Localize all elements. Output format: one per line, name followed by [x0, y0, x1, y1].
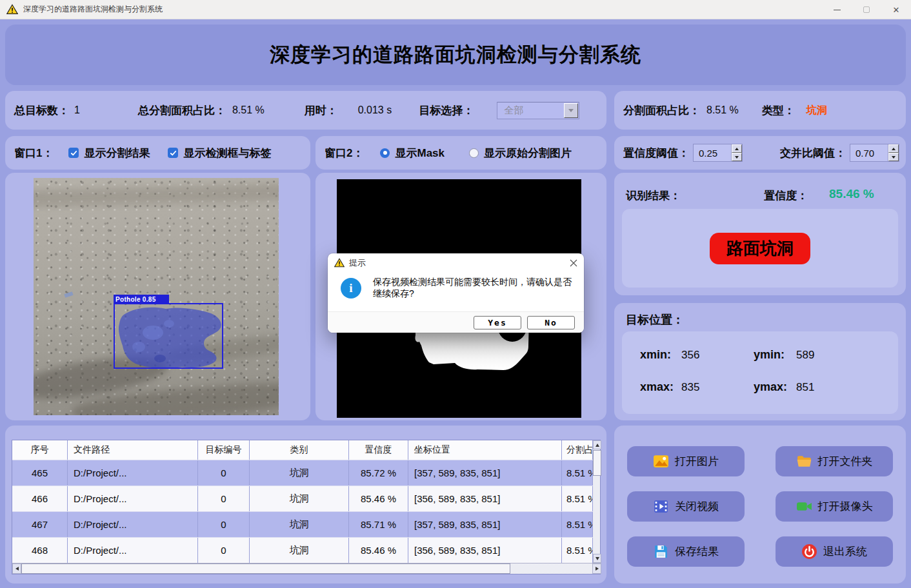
spin-down-button[interactable]	[732, 153, 742, 161]
folder-icon	[796, 453, 812, 469]
open-camera-button[interactable]: 打开摄像头	[776, 491, 893, 522]
conf-threshold-value: 0.25	[694, 144, 731, 161]
target-select-label: 目标选择：	[419, 103, 474, 118]
type-label: 类型：	[762, 103, 795, 118]
spin-down-button[interactable]	[888, 153, 899, 161]
cell-class: 坑洞	[250, 486, 349, 511]
dropdown-button[interactable]	[564, 103, 578, 118]
info-icon: i	[341, 278, 361, 299]
dialog-warning-icon	[334, 258, 345, 268]
cell-coords: [357, 589, 835, 851]	[408, 460, 562, 485]
table-row[interactable]: 465 D:/Project/... 0 坑洞 85.72 % [357, 58…	[12, 460, 593, 485]
dialog-message: 保存视频检测结果可能需要较长时间，请确认是否继续保存?	[373, 277, 575, 300]
vertical-scroll-thumb[interactable]	[593, 450, 601, 476]
col-header-class[interactable]: 类别	[250, 440, 349, 460]
xmin-label: xmin:	[640, 348, 671, 362]
total-seg-value: 8.51 %	[232, 104, 265, 116]
show-bbox-checkbox[interactable]	[168, 148, 178, 158]
cell-seg-ratio: 8.51 %	[562, 512, 593, 537]
confirm-dialog: 提示 i 保存视频检测结果可能需要较长时间，请确认是否继续保存? Yes No	[328, 253, 584, 333]
yes-button[interactable]: Yes	[474, 316, 521, 329]
type-value: 坑洞	[806, 104, 827, 117]
spin-down-icon	[892, 156, 896, 159]
ymax-label: ymax:	[754, 380, 787, 394]
table-row[interactable]: 467 D:/Project/... 0 坑洞 85.71 % [357, 58…	[12, 511, 593, 537]
iou-threshold-spinbox[interactable]: 0.70	[850, 144, 899, 162]
scroll-right-button[interactable]	[592, 564, 601, 574]
show-original-label[interactable]: 显示原始分割图片	[484, 146, 572, 161]
window1-panel: 窗口1： 显示分割结果 显示检测框与标签	[5, 136, 310, 170]
scroll-down-icon	[596, 557, 599, 560]
detection-label: Pothole 0.85	[114, 295, 169, 304]
spin-up-button[interactable]	[732, 144, 742, 153]
show-mask-label[interactable]: 显示Mask	[395, 146, 445, 161]
cell-target-id: 0	[198, 512, 250, 537]
app-header: 深度学习的道路路面坑洞检测与分割系统	[5, 24, 906, 85]
horizontal-scrollbar[interactable]	[12, 563, 601, 574]
open-image-button[interactable]: 打开图片	[627, 446, 745, 476]
save-results-label: 保存结果	[675, 544, 719, 559]
total-targets-label: 总目标数：	[14, 103, 69, 118]
open-folder-label: 打开文件夹	[818, 454, 873, 469]
maximize-button[interactable]	[852, 0, 881, 19]
col-header-target-id[interactable]: 目标编号	[198, 440, 250, 460]
cell-class: 坑洞	[250, 538, 349, 563]
cell-coords: [356, 589, 835, 851]	[408, 538, 562, 563]
conf-threshold-spinbox[interactable]: 0.25	[693, 144, 743, 162]
cell-target-id: 0	[198, 538, 250, 563]
check-icon	[170, 150, 177, 157]
show-seg-checkbox[interactable]	[68, 148, 79, 158]
result-conf-label: 置信度：	[764, 188, 808, 203]
scroll-left-button[interactable]	[12, 564, 21, 574]
cell-confidence: 85.71 %	[349, 512, 408, 537]
show-seg-label[interactable]: 显示分割结果	[84, 146, 150, 161]
close-video-button[interactable]: 关闭视频	[627, 491, 745, 522]
minimize-button[interactable]	[822, 0, 852, 19]
window1-label: 窗口1：	[14, 146, 53, 161]
show-bbox-label[interactable]: 显示检测框与标签	[183, 146, 271, 161]
ymin-value: 589	[796, 349, 814, 362]
cell-filepath: D:/Project/...	[68, 460, 198, 485]
ymin-label: ymin:	[754, 348, 785, 362]
col-header-coords[interactable]: 坐标位置	[408, 440, 562, 460]
xmin-value: 356	[681, 349, 699, 362]
page-title: 深度学习的道路路面坑洞检测与分割系统	[270, 41, 641, 68]
no-button[interactable]: No	[527, 316, 575, 329]
scroll-down-button[interactable]	[593, 554, 601, 563]
spin-up-button[interactable]	[888, 144, 899, 153]
show-original-radio[interactable]	[469, 148, 479, 158]
horizontal-scroll-thumb[interactable]	[21, 564, 510, 574]
table-row[interactable]: 466 D:/Project/... 0 坑洞 85.46 % [356, 58…	[12, 485, 593, 511]
exit-system-button[interactable]: 退出系统	[776, 536, 893, 567]
cell-seg-ratio: 8.51 %	[562, 460, 593, 485]
scroll-left-icon	[15, 567, 19, 571]
target-select-dropdown[interactable]: 全部	[497, 102, 579, 119]
vertical-scrollbar[interactable]	[593, 440, 600, 563]
col-header-filepath[interactable]: 文件路径	[68, 440, 198, 460]
scroll-up-button[interactable]	[593, 440, 601, 449]
cell-target-id: 0	[198, 486, 250, 511]
col-header-index[interactable]: 序号	[12, 440, 68, 460]
xmax-label: xmax:	[640, 380, 674, 394]
col-header-seg-ratio[interactable]: 分割占比	[562, 440, 593, 460]
cell-confidence: 85.46 %	[349, 538, 408, 563]
table-row[interactable]: 468 D:/Project/... 0 坑洞 85.46 % [356, 58…	[12, 537, 593, 563]
dialog-close-icon[interactable]	[570, 259, 577, 267]
cell-index: 465	[12, 460, 68, 485]
spin-up-icon	[735, 148, 739, 150]
save-results-button[interactable]: 保存结果	[627, 536, 745, 567]
open-folder-button[interactable]: 打开文件夹	[776, 446, 893, 476]
xmax-value: 835	[681, 381, 699, 394]
window2-label: 窗口2：	[325, 146, 363, 161]
seg-ratio-value: 8.51 %	[706, 104, 739, 116]
col-header-confidence[interactable]: 置信度	[349, 440, 408, 460]
close-button[interactable]: ✕	[881, 0, 911, 19]
cell-coords: [357, 589, 835, 851]	[408, 512, 562, 537]
scroll-right-icon	[596, 567, 599, 571]
cell-target-id: 0	[198, 460, 250, 485]
show-mask-radio[interactable]	[380, 148, 390, 158]
power-icon	[801, 544, 817, 560]
total-targets-value: 1	[74, 104, 80, 116]
result-conf-value: 85.46 %	[829, 187, 874, 201]
cell-index: 466	[12, 486, 68, 511]
